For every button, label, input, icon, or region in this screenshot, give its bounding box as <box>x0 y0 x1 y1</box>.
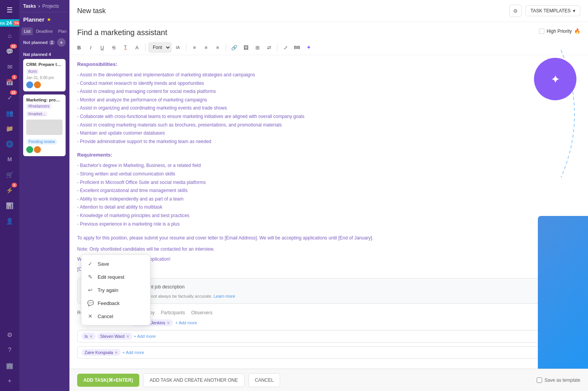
menu-cancel-label: Cancel <box>98 313 113 319</box>
sidebar-help-icon[interactable]: ? <box>3 344 16 356</box>
task-title-section: Find a marketing assistant High Priority… <box>69 22 588 40</box>
bottom-form: Responsible person Created by Participan… <box>77 310 580 359</box>
settings-button[interactable]: ⚙ <box>509 5 522 17</box>
ai-box: ✦ Create a marketing assistant job descr… <box>77 278 580 304</box>
list-item: - Strong written and verbal communicatio… <box>77 170 580 179</box>
automation-badge: 2 <box>12 183 17 187</box>
learn-more-link[interactable]: Learn more <box>213 294 235 298</box>
italic-button[interactable]: I <box>86 42 96 52</box>
sidebar-calendar-icon[interactable]: 📅 1 <box>3 76 16 88</box>
strikethrough-button[interactable]: S <box>109 42 119 52</box>
sidebar-tasks-icon[interactable]: ✓ 22 <box>3 91 16 104</box>
main-panel: New task ⚙ TASK TEMPLATES ▾ Find a marke… <box>69 0 588 391</box>
sidebar-automation-icon[interactable]: ⚡ 2 <box>3 184 16 196</box>
chat-badge: 22 <box>10 44 17 49</box>
sidebar-item-menu[interactable]: ☰ <box>3 4 16 16</box>
add-task-button[interactable]: ADD TASK(⌘+ENTER) <box>77 374 139 387</box>
menu-try-again-label: Try again <box>98 287 118 293</box>
add-task-mini-button[interactable]: + <box>57 38 66 47</box>
sidebar-add-icon[interactable]: + <box>3 375 16 387</box>
note-text: Note: Only shortlisted candidates will b… <box>77 246 580 252</box>
list-item: - Assist in creating and managing conten… <box>77 88 580 96</box>
task-title[interactable]: Find a marketing assistant <box>77 28 531 37</box>
font-select[interactable]: Font <box>149 42 171 52</box>
ordered-list-button[interactable]: ≡ <box>201 42 211 52</box>
text-bg-button[interactable]: A <box>132 42 142 52</box>
task-card-tag: #market... <box>26 111 47 116</box>
avatar <box>34 81 41 88</box>
company-name: [Company Name] Marketing Team <box>77 266 580 272</box>
ai-button[interactable]: ✦ <box>304 42 314 52</box>
sidebar-sites-icon[interactable]: 🌐 <box>3 138 16 150</box>
chip-remove-icon[interactable]: ✕ <box>115 351 118 355</box>
planner-star-icon[interactable]: ★ <box>47 17 51 22</box>
save-as-template-checkbox[interactable] <box>537 378 542 383</box>
sidebar-mail-icon[interactable]: ✉ <box>3 61 16 73</box>
sidebar-chat-icon[interactable]: 💬 22 <box>3 45 16 57</box>
add-more-responsible[interactable]: + Add more <box>175 320 197 325</box>
add-more-observers[interactable]: + Add more <box>122 350 144 355</box>
table-button[interactable]: ⊞ <box>252 42 262 52</box>
high-priority-checkbox[interactable] <box>539 29 544 34</box>
bb-button[interactable]: BB <box>292 42 302 52</box>
list-item: - Collaborate with cross-functional team… <box>77 113 580 121</box>
sidebar-settings-icon[interactable]: ⚙ <box>3 329 16 341</box>
align-button[interactable]: ≡ <box>213 42 223 52</box>
nav-tasks[interactable]: Tasks <box>23 3 36 9</box>
sidebar-hr-icon[interactable]: 🏢 <box>3 359 16 372</box>
edit-icon: ✎ <box>87 274 94 280</box>
observers-input[interactable]: Zaire Kongsala ✕ + Add more <box>77 346 580 359</box>
chip-remove-icon[interactable]: ✕ <box>90 334 93 339</box>
link-button[interactable]: 🔗 <box>229 42 239 52</box>
menu-item-cancel[interactable]: ✕ Cancel <box>81 310 150 323</box>
add-more-participants[interactable]: + Add more <box>134 334 156 339</box>
video-button[interactable]: ⇄ <box>264 42 274 52</box>
sidebar-crm-icon[interactable]: 👥 <box>3 107 16 119</box>
task-header: New task ⚙ TASK TEMPLATES ▾ <box>69 0 588 22</box>
menu-item-edit-request[interactable]: ✎ Edit request <box>81 270 150 283</box>
add-task-and-create-another-button[interactable]: ADD TASK AND CREATE ANOTHER ONE <box>143 373 245 387</box>
tab-deadline[interactable]: Deadline <box>34 27 55 35</box>
tab-list[interactable]: List <box>22 27 33 35</box>
task-header-right: ⚙ TASK TEMPLATES ▾ <box>509 5 580 17</box>
list-item: - Ability to work independently and as p… <box>77 195 580 204</box>
chip-remove-icon[interactable]: ✕ <box>126 334 129 339</box>
sidebar-marketing-icon[interactable]: M <box>3 153 16 165</box>
tab-observers[interactable]: Observers <box>191 310 212 315</box>
tab-participants[interactable]: Participants <box>161 310 185 315</box>
participant-chip: Is ✕ <box>81 333 96 340</box>
unordered-list-button[interactable]: ≡ <box>189 42 199 52</box>
task-card[interactable]: CRM: Prepare the docu... #crm Jan 31, 6:… <box>23 59 66 91</box>
menu-item-save[interactable]: ✓ Save <box>81 257 150 270</box>
task-card[interactable]: Marketing: promotion #freelancers #marke… <box>23 94 66 156</box>
nav-arrow: › <box>38 3 40 9</box>
sidebar-home-icon[interactable]: ⌂ <box>3 30 16 42</box>
sidebar-drive-icon[interactable]: 📁 <box>3 122 16 135</box>
content-area: Responsibilities: - Assist in the develo… <box>69 55 588 391</box>
underline-button[interactable]: U <box>97 42 107 52</box>
task-card-image <box>26 120 63 135</box>
task-card-avatars <box>26 146 63 153</box>
participants-input[interactable]: Is ✕ Steven Ward ✕ + Add more <box>77 330 580 342</box>
avatar <box>34 146 41 153</box>
menu-item-try-again[interactable]: ↩ Try again <box>81 283 150 297</box>
sidebar-shop-icon[interactable]: 🛒 <box>3 169 16 181</box>
fire-icon: 🔥 <box>574 28 580 34</box>
sidebar-contacts-icon[interactable]: 👤 <box>3 215 16 227</box>
image-button[interactable]: 🖼 <box>241 42 251 52</box>
tab-plan[interactable]: Plan <box>56 27 69 35</box>
sidebar-analytics-icon[interactable]: 📊 <box>3 199 16 212</box>
task-templates-button[interactable]: TASK TEMPLATES ▾ <box>525 5 580 16</box>
chip-remove-icon[interactable]: ✕ <box>167 321 170 325</box>
task-card-avatars <box>26 81 63 88</box>
calendar-badge: 1 <box>12 75 17 79</box>
left-panel: Tasks › Projects Planner ★ List Deadline… <box>19 0 69 391</box>
font-color-button[interactable]: T <box>120 42 130 52</box>
feedback-icon: 💬 <box>87 300 94 306</box>
fullscreen-button[interactable]: ⤢ <box>280 42 291 52</box>
bold-button[interactable]: B <box>74 42 84 52</box>
nav-projects[interactable]: Projects <box>42 3 59 9</box>
font-size-button[interactable]: IA <box>173 42 183 52</box>
menu-item-feedback[interactable]: 💬 Feedback <box>81 297 150 310</box>
cancel-button[interactable]: CANCEL <box>248 373 280 387</box>
